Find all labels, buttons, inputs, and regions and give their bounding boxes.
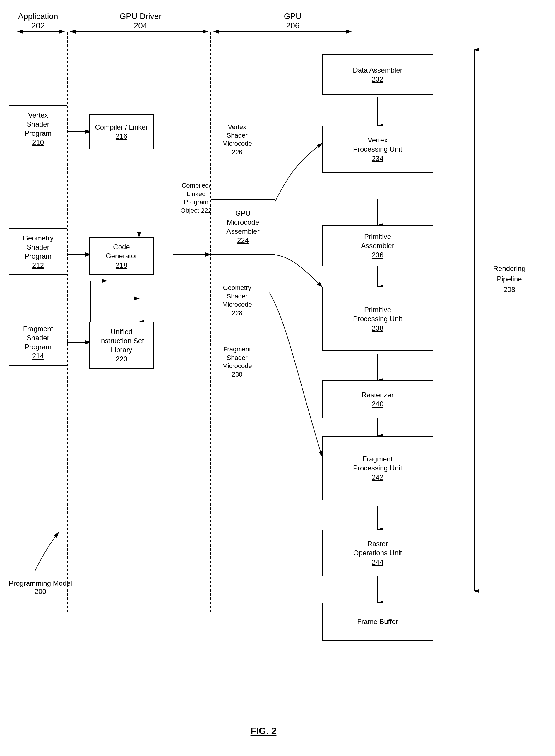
programming-model-label: Programming Model 200 bbox=[9, 579, 72, 596]
raster-operations-unit-box: Raster Operations Unit 244 bbox=[322, 529, 433, 576]
compiler-linker-box: Compiler / Linker 216 bbox=[89, 114, 154, 149]
gpu-header: GPU 206 bbox=[249, 12, 337, 31]
geometry-shader-program-box: Geometry Shader Program 212 bbox=[9, 228, 67, 275]
primitive-processing-unit-box: Primitive Processing Unit 238 bbox=[322, 287, 433, 351]
data-assembler-box: Data Assembler 232 bbox=[322, 54, 433, 95]
primitive-assembler-box: Primitive Assembler 236 bbox=[322, 225, 433, 266]
fragment-shader-microcode-label: Fragment Shader Microcode 230 bbox=[214, 345, 260, 379]
fragment-processing-unit-box: Fragment Processing Unit 242 bbox=[322, 436, 433, 500]
rasterizer-box: Rasterizer 240 bbox=[322, 380, 433, 418]
code-generator-box: Code Generator 218 bbox=[89, 237, 154, 275]
unified-instruction-library-box: Unified Instruction Set Library 220 bbox=[89, 322, 154, 369]
vertex-shader-microcode-label: Vertex Shader Microcode 226 bbox=[214, 123, 260, 156]
vertex-processing-unit-box: Vertex Processing Unit 234 bbox=[322, 126, 433, 173]
vertex-shader-program-box: Vertex Shader Program 210 bbox=[9, 105, 67, 152]
application-header: Application 202 bbox=[12, 12, 65, 31]
figure-label: FIG. 2 bbox=[205, 725, 322, 737]
gpu-microcode-assembler-box: GPU Microcode Assembler 224 bbox=[211, 199, 275, 254]
geometry-shader-microcode-label: Geometry Shader Microcode 228 bbox=[214, 284, 260, 317]
gpu-driver-header: GPU Driver 204 bbox=[97, 12, 184, 31]
frame-buffer-box: Frame Buffer bbox=[322, 603, 433, 641]
rendering-pipeline-label: Rendering Pipeline 208 bbox=[480, 263, 539, 295]
fragment-shader-program-box: Fragment Shader Program 214 bbox=[9, 319, 67, 366]
